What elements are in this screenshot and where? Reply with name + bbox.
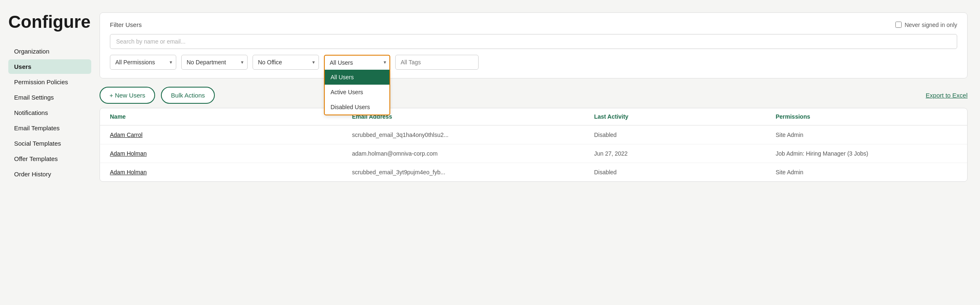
sidebar-item-email-settings[interactable]: Email Settings [8, 90, 91, 105]
user-email-2: scrubbed_email_3yt9pujm4eo_fyb... [352, 169, 594, 176]
new-users-button[interactable]: + New Users [100, 87, 155, 104]
permissions-select[interactable]: All Permissions [110, 55, 176, 70]
user-name-2: Adam Holman [110, 169, 352, 176]
user-name-0: Adam Carrol [110, 132, 352, 138]
col-name: Name [110, 113, 352, 120]
tags-input[interactable] [395, 55, 479, 70]
user-email-1: adam.holman@omniva-corp.com [352, 150, 594, 157]
user-name-1: Adam Holman [110, 150, 352, 157]
filter-card-header: Filter Users Never signed in only [110, 21, 957, 28]
user-filter-select-wrapper: All Users Active Users Disabled Users [324, 55, 390, 70]
user-last-activity-1: Jun 27, 2022 [594, 150, 776, 157]
user-permissions-2: Site Admin [776, 169, 957, 176]
department-select-wrapper: No Department [181, 55, 248, 70]
office-select-wrapper: No Office [253, 55, 319, 70]
sidebar-item-email-templates[interactable]: Email Templates [8, 121, 91, 135]
users-table: Name Email Address Last Activity Permiss… [100, 108, 968, 182]
col-last-activity: Last Activity [594, 113, 776, 120]
never-signed-checkbox[interactable] [895, 22, 902, 28]
sidebar-item-permission-policies[interactable]: Permission Policies [8, 75, 91, 89]
user-name-link-1[interactable]: Adam Holman [110, 150, 147, 157]
table-row: Adam Holman scrubbed_email_3yt9pujm4eo_f… [100, 163, 967, 181]
user-email-0: scrubbed_email_3q1ha4ony0thlsu2... [352, 132, 594, 138]
dropdown-item-active-users[interactable]: Active Users [325, 85, 389, 100]
user-name-link-0[interactable]: Adam Carrol [110, 132, 143, 138]
export-to-excel-link[interactable]: Export to Excel [926, 92, 968, 99]
table-row: Adam Carrol scrubbed_email_3q1ha4ony0thl… [100, 126, 967, 144]
sidebar-item-social-templates[interactable]: Social Templates [8, 136, 91, 151]
actions-row: + New Users Bulk Actions Export to Excel [100, 87, 968, 104]
main-content: Filter Users Never signed in only All Pe… [91, 0, 980, 305]
never-signed-text: Never signed in only [905, 22, 957, 28]
office-select[interactable]: No Office [253, 55, 319, 70]
user-filter-select[interactable]: All Users Active Users Disabled Users [324, 55, 390, 70]
search-input[interactable] [110, 34, 957, 49]
filter-row: All Permissions No Department No Office [110, 55, 957, 70]
sidebar-nav: Organization Users Permission Policies E… [8, 44, 91, 181]
filter-card: Filter Users Never signed in only All Pe… [100, 12, 968, 78]
user-last-activity-2: Disabled [594, 169, 776, 176]
filter-title: Filter Users [110, 21, 142, 28]
user-permissions-1: Job Admin: Hiring Manager (3 Jobs) [776, 150, 957, 157]
user-filter-dropdown-menu: All Users Active Users Disabled Users [324, 70, 390, 115]
never-signed-label[interactable]: Never signed in only [895, 22, 957, 28]
table-header: Name Email Address Last Activity Permiss… [100, 108, 967, 126]
user-permissions-0: Site Admin [776, 132, 957, 138]
dropdown-item-disabled-users[interactable]: Disabled Users [325, 100, 389, 115]
user-name-link-2[interactable]: Adam Holman [110, 169, 147, 176]
sidebar: Configure Organization Users Permission … [0, 0, 91, 305]
bulk-actions-button[interactable]: Bulk Actions [161, 87, 215, 104]
department-select[interactable]: No Department [181, 55, 248, 70]
page-title: Configure [8, 12, 91, 32]
sidebar-item-offer-templates[interactable]: Offer Templates [8, 151, 91, 166]
sidebar-item-order-history[interactable]: Order History [8, 167, 91, 181]
table-row: Adam Holman adam.holman@omniva-corp.com … [100, 144, 967, 163]
actions-left: + New Users Bulk Actions [100, 87, 215, 104]
user-last-activity-0: Disabled [594, 132, 776, 138]
sidebar-item-organization[interactable]: Organization [8, 44, 91, 59]
col-permissions: Permissions [776, 113, 957, 120]
sidebar-item-users[interactable]: Users [8, 59, 91, 74]
permissions-select-wrapper: All Permissions [110, 55, 176, 70]
sidebar-item-notifications[interactable]: Notifications [8, 105, 91, 120]
dropdown-item-all-users[interactable]: All Users [325, 70, 389, 85]
user-filter-dropdown-container: All Users Active Users Disabled Users Al… [324, 55, 390, 70]
